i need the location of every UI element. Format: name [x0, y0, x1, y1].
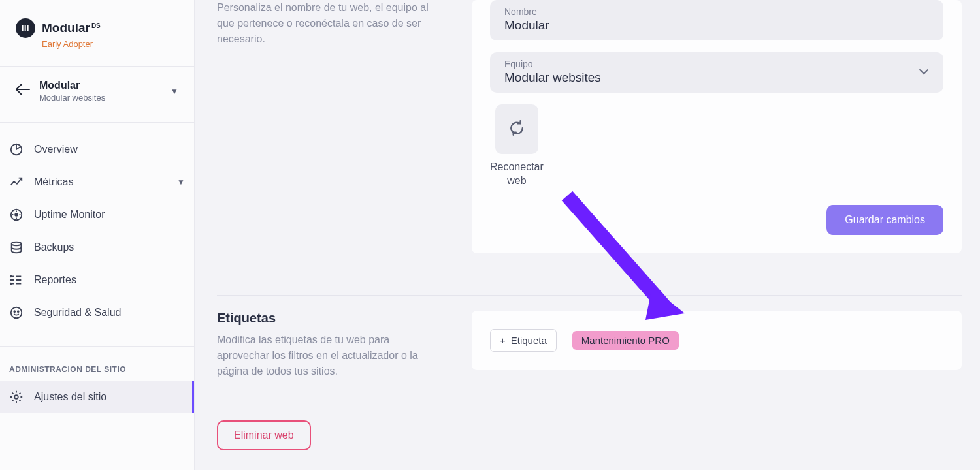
sidebar-item-backups[interactable]: Backups	[0, 231, 194, 264]
main-content: Personaliza el nombre de tu web, el equi…	[195, 0, 980, 470]
chevron-down-icon[interactable]: ▼	[171, 87, 178, 96]
refresh-icon	[508, 119, 525, 139]
admin-section-header: ADMINISTRACION DEL SITIO	[0, 347, 194, 381]
field-value: Modular websites	[504, 70, 601, 85]
metrics-icon	[9, 175, 24, 189]
svg-rect-1	[25, 25, 26, 31]
save-button[interactable]: Guardar cambios	[826, 205, 943, 235]
tag-pill[interactable]: Mantenimiento PRO	[572, 331, 679, 350]
tags-card: + Etiqueta Mantenimiento PRO	[472, 311, 962, 370]
reconnect-button[interactable]	[495, 104, 538, 154]
svg-point-8	[10, 279, 12, 281]
svg-point-10	[11, 307, 22, 319]
smile-icon	[9, 306, 24, 320]
reconnect-box: Reconectarweb	[490, 104, 544, 188]
nav-label: Seguridad & Salud	[34, 307, 185, 319]
chevron-down-icon: ▼	[177, 178, 185, 187]
nav-label: Backups	[34, 242, 185, 253]
backups-icon	[9, 240, 24, 255]
logo-text: ModularDS	[42, 21, 101, 35]
logo-mark-icon	[16, 18, 35, 38]
name-field[interactable]: Nombre Modular	[490, 0, 943, 40]
sidebar-item-reportes[interactable]: Reportes	[0, 264, 194, 296]
site-info: Modular Modular websites	[39, 80, 161, 102]
add-tag-button[interactable]: + Etiqueta	[490, 329, 557, 352]
sidebar-item-overview[interactable]: Overview	[0, 133, 194, 166]
team-field[interactable]: Equipo Modular websites	[490, 52, 943, 93]
tags-description: Modifica las etiquetas de tu web para ap…	[217, 332, 439, 379]
nav-label: Overview	[34, 144, 185, 155]
sidebar-item-ajustes[interactable]: Ajustes del sitio	[0, 381, 194, 413]
svg-point-7	[10, 276, 12, 277]
nav-label: Métricas	[34, 176, 167, 188]
nav-label: Uptime Monitor	[34, 209, 185, 221]
site-name: Modular	[39, 80, 161, 91]
svg-point-9	[10, 283, 12, 285]
uptime-icon	[9, 208, 24, 222]
nav-label: Reportes	[34, 274, 185, 286]
nav-label: Ajustes del sitio	[34, 391, 183, 403]
svg-point-6	[12, 242, 22, 246]
gear-icon	[9, 390, 24, 404]
svg-rect-2	[27, 25, 29, 31]
tags-section: Etiquetas Modifica las etiquetas de tu w…	[217, 311, 439, 379]
sidebar-item-seguridad[interactable]: Seguridad & Salud	[0, 296, 194, 329]
plus-icon: +	[500, 335, 506, 346]
delete-web-button[interactable]: Eliminar web	[217, 420, 311, 450]
svg-rect-0	[22, 25, 24, 31]
sidebar: ModularDS Early Adopter Modular Modular …	[0, 0, 195, 470]
svg-point-12	[18, 311, 19, 312]
svg-point-13	[14, 395, 18, 399]
site-team: Modular websites	[39, 93, 161, 102]
reconnect-label: Reconectarweb	[490, 161, 544, 188]
tags-title: Etiquetas	[217, 311, 439, 326]
back-arrow-icon[interactable]	[16, 84, 30, 99]
intro-description: Personaliza el nombre de tu web, el equi…	[217, 0, 439, 47]
divider	[217, 295, 962, 296]
chevron-down-icon	[919, 66, 929, 78]
site-selector[interactable]: Modular Modular websites ▼	[0, 67, 194, 116]
tagline: Early Adopter	[42, 39, 178, 49]
add-tag-label: Etiqueta	[511, 335, 547, 346]
logo[interactable]: ModularDS	[16, 18, 178, 38]
sidebar-item-metricas[interactable]: Métricas ▼	[0, 166, 194, 198]
field-label: Equipo	[504, 59, 601, 69]
pie-icon	[9, 142, 24, 157]
nav-list: Overview Métricas ▼ Uptime Monitor Backu…	[0, 123, 194, 339]
svg-point-11	[14, 311, 15, 312]
settings-card: Nombre Modular Equipo Modular websites R…	[472, 0, 962, 253]
field-label: Nombre	[504, 7, 929, 17]
logo-section: ModularDS Early Adopter	[0, 0, 194, 59]
sidebar-item-uptime[interactable]: Uptime Monitor	[0, 198, 194, 231]
field-value: Modular	[504, 18, 929, 33]
svg-point-5	[15, 213, 18, 216]
reports-icon	[9, 273, 24, 287]
